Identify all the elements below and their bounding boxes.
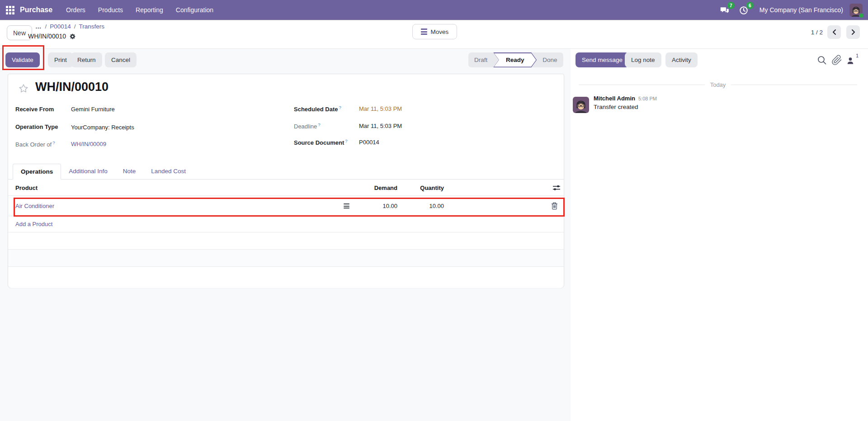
- message-author[interactable]: Mitchell Admin: [594, 95, 635, 102]
- messages-systray-button[interactable]: 7: [720, 4, 731, 16]
- add-product-row: Add a Product: [8, 216, 564, 232]
- column-header-demand[interactable]: Demand: [343, 180, 397, 196]
- back-order-of-value[interactable]: WH/IN/00009: [71, 141, 106, 147]
- operation-type-value[interactable]: YourCompany: Receipts: [71, 124, 134, 131]
- add-a-product-link[interactable]: Add a Product: [15, 221, 52, 227]
- back-order-of-label: Back Order of?: [15, 140, 55, 148]
- message-header: Mitchell Admin 5:08 PM: [594, 95, 657, 102]
- gear-icon[interactable]: [69, 33, 76, 40]
- row-demand-value[interactable]: 10.00: [343, 196, 397, 216]
- cancel-button[interactable]: Cancel: [105, 52, 137, 67]
- notebook-tabs: Operations Additional Info Note Landed C…: [8, 164, 564, 180]
- message-author-avatar[interactable]: [573, 97, 589, 113]
- control-panel: New … / P00014 / Transfers WH/IN/00010 M…: [0, 20, 868, 49]
- search-messages-icon[interactable]: [816, 55, 827, 66]
- status-bar: Draft Ready Done: [468, 52, 563, 67]
- messages-count-badge: 7: [727, 2, 735, 9]
- breadcrumb-item-transfers[interactable]: Transfers: [79, 23, 105, 30]
- pager-count: 1 / 2: [811, 29, 823, 36]
- tab-additional-info[interactable]: Additional Info: [61, 163, 115, 179]
- grid-icon: [6, 6, 14, 14]
- record-name: WH/IN/00010: [28, 33, 66, 40]
- activity-button[interactable]: Activity: [665, 52, 698, 67]
- tab-landed-cost[interactable]: Landed Cost: [143, 163, 193, 179]
- row-product-name[interactable]: Air Conditioner: [15, 196, 54, 216]
- row-quantity-value[interactable]: 10.00: [399, 196, 444, 216]
- validate-button[interactable]: Validate: [5, 52, 40, 67]
- date-separator-label: Today: [710, 81, 726, 88]
- attachment-paperclip-icon[interactable]: [831, 55, 842, 66]
- scheduled-date-label: Scheduled Date?: [294, 105, 341, 113]
- status-step-ready[interactable]: Ready: [493, 52, 537, 67]
- company-switcher[interactable]: My Company (San Francisco): [760, 6, 843, 14]
- pager: 1 / 2: [811, 25, 860, 39]
- pager-next-button[interactable]: [846, 25, 860, 39]
- status-step-ready-label: Ready: [494, 53, 536, 67]
- column-header-product[interactable]: Product: [15, 180, 38, 196]
- activities-count-badge: 6: [746, 2, 754, 9]
- breadcrumb-ellipsis[interactable]: …: [35, 23, 42, 30]
- table-row[interactable]: Air Conditioner 10.00 10.00: [8, 196, 564, 216]
- menu-orders[interactable]: Orders: [66, 6, 85, 14]
- breadcrumb-separator: /: [74, 23, 76, 30]
- send-message-button[interactable]: Send message: [576, 52, 629, 67]
- help-icon[interactable]: ?: [339, 105, 341, 110]
- log-note-button[interactable]: Log note: [625, 52, 661, 67]
- apps-grid-icon[interactable]: [0, 6, 20, 14]
- receive-from-value[interactable]: Gemini Furniture: [71, 106, 115, 113]
- breadcrumb-active-record: WH/IN/00010: [28, 33, 76, 40]
- moves-bars-icon: [421, 28, 427, 35]
- menu-reporting[interactable]: Reporting: [136, 6, 163, 14]
- deadline-value[interactable]: Mar 11, 5:03 PM: [359, 123, 402, 129]
- breadcrumb-item-p00014[interactable]: P00014: [50, 23, 71, 30]
- online-status-dot: [859, 13, 864, 18]
- form-sheet: WH/IN/00010 Receive From Gemini Furnitur…: [8, 74, 564, 288]
- tab-note[interactable]: Note: [115, 163, 144, 179]
- moves-label: Moves: [431, 28, 449, 35]
- print-button[interactable]: Print: [48, 52, 73, 67]
- deadline-label: Deadline?: [294, 122, 321, 130]
- divider-line: [579, 85, 705, 85]
- divider-line: [731, 85, 857, 85]
- app-name[interactable]: Purchase: [20, 6, 52, 14]
- menu-products[interactable]: Products: [98, 6, 123, 14]
- status-step-draft[interactable]: Draft: [468, 57, 493, 63]
- followers-icon[interactable]: 1: [846, 55, 859, 66]
- favorite-star-icon[interactable]: [18, 83, 29, 94]
- message-time: 5:08 PM: [638, 96, 657, 101]
- empty-row: [8, 250, 564, 267]
- moves-stat-button[interactable]: Moves: [412, 24, 457, 39]
- table-header-row: Product Demand Quantity: [8, 180, 564, 196]
- empty-row: [8, 267, 564, 288]
- date-separator: Today: [579, 81, 857, 88]
- tab-operations[interactable]: Operations: [13, 164, 61, 180]
- message-body: Transfer created: [594, 104, 638, 110]
- operation-type-label: Operation Type: [15, 123, 58, 130]
- optional-columns-icon[interactable]: [552, 180, 561, 196]
- chevron-left-icon: [832, 29, 837, 35]
- chevron-right-icon: [851, 29, 856, 35]
- help-icon[interactable]: ?: [345, 138, 347, 143]
- source-document-label: Source Document?: [294, 138, 348, 146]
- breadcrumb: … / P00014 / Transfers: [35, 23, 104, 30]
- menu-configuration[interactable]: Configuration: [176, 6, 213, 14]
- return-button[interactable]: Return: [71, 52, 102, 67]
- source-document-value[interactable]: P00014: [359, 139, 379, 146]
- delete-row-trash-icon[interactable]: [551, 196, 558, 216]
- scheduled-date-value[interactable]: Mar 11, 5:03 PM: [359, 105, 402, 112]
- help-icon[interactable]: ?: [52, 140, 55, 145]
- breadcrumb-separator: /: [45, 23, 47, 30]
- status-step-done[interactable]: Done: [537, 57, 563, 63]
- user-avatar[interactable]: [849, 4, 863, 17]
- receive-from-label: Receive From: [15, 106, 54, 113]
- record-title: WH/IN/00010: [35, 80, 108, 94]
- followers-count: 1: [856, 53, 859, 58]
- column-header-quantity[interactable]: Quantity: [399, 180, 444, 196]
- empty-row: [8, 232, 564, 250]
- pager-previous-button[interactable]: [827, 25, 841, 39]
- top-navbar: Purchase Orders Products Reporting Confi…: [0, 0, 868, 20]
- help-icon[interactable]: ?: [318, 122, 320, 127]
- activities-systray-button[interactable]: 6: [739, 4, 750, 16]
